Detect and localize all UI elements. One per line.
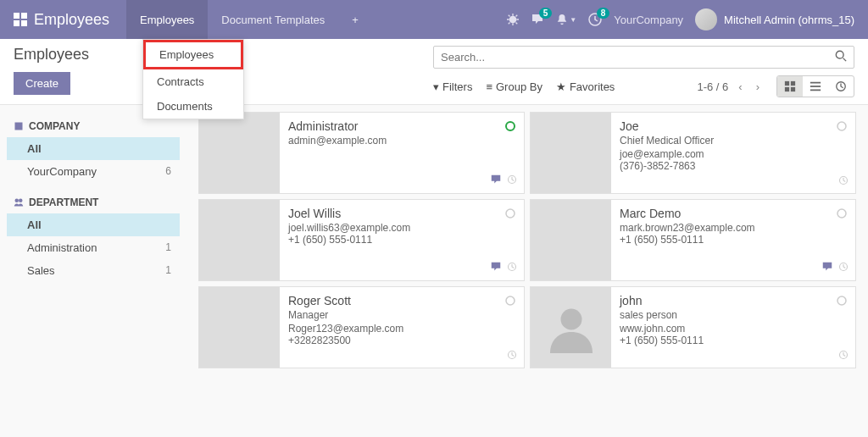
- create-button[interactable]: Create: [14, 72, 70, 95]
- search-box[interactable]: [433, 46, 854, 69]
- navbar: Employees Employees Document Templates +…: [0, 0, 868, 39]
- messages-icon[interactable]: 5: [531, 13, 544, 26]
- view-activity[interactable]: [828, 76, 854, 97]
- svg-rect-13: [810, 90, 821, 91]
- brand[interactable]: Employees: [14, 11, 109, 29]
- view-kanban[interactable]: [777, 76, 803, 97]
- employee-card[interactable]: Joel Willis joel.willis63@example.com +1…: [198, 199, 525, 281]
- chevron-down-icon: ▼: [570, 16, 576, 24]
- activity-icon[interactable]: [838, 175, 849, 188]
- department-icon: [14, 197, 24, 207]
- employee-email: admin@example.com: [288, 135, 515, 147]
- message-icon[interactable]: [490, 174, 502, 188]
- employee-phone: +1 (650) 555-0111: [620, 335, 847, 346]
- favorites-button[interactable]: ★ Favorites: [556, 80, 615, 93]
- employee-name: Roger Scott: [288, 294, 515, 307]
- employees-dropdown: Employees Contracts Documents: [142, 39, 244, 119]
- pager-prev[interactable]: ‹: [735, 77, 745, 97]
- sidebar-company-item[interactable]: YourCompany 6: [7, 160, 180, 183]
- employee-photo: [199, 200, 280, 280]
- status-circle[interactable]: [505, 121, 515, 134]
- employee-name: Marc Demo: [620, 207, 847, 220]
- activity-icon[interactable]: [507, 262, 517, 274]
- pager-range: 1-6 / 6: [697, 80, 728, 93]
- svg-rect-11: [810, 82, 821, 84]
- svg-point-16: [15, 199, 19, 203]
- activity-icon[interactable]: [838, 350, 849, 362]
- employee-name: Joe: [620, 119, 847, 133]
- filters-button[interactable]: ▾ Filters: [433, 80, 472, 93]
- debug-icon[interactable]: [507, 14, 519, 25]
- pager-next[interactable]: ›: [753, 77, 763, 97]
- employee-photo: [531, 113, 611, 193]
- nav-document-templates[interactable]: Document Templates: [208, 0, 338, 39]
- sidebar-dept-item[interactable]: Administration 1: [7, 236, 180, 259]
- notifications-icon[interactable]: ▼: [556, 14, 576, 25]
- sidebar-dept-item[interactable]: Sales 1: [7, 259, 180, 282]
- status-circle[interactable]: [837, 121, 847, 134]
- view-list[interactable]: [803, 76, 828, 97]
- status-circle[interactable]: [505, 208, 515, 221]
- message-icon[interactable]: [821, 261, 833, 275]
- group-icon: ≡: [486, 80, 492, 93]
- activities-badge: 8: [597, 8, 610, 19]
- employee-email: www.john.com: [620, 323, 847, 335]
- message-icon[interactable]: [490, 261, 502, 275]
- employee-card[interactable]: john sales person www.john.com +1 (650) …: [530, 286, 856, 368]
- kanban-grid: Administrator admin@example.com Joe Chie…: [198, 112, 856, 368]
- control-panel: Employees Create ▾ Filters ≡ Group By ★ …: [0, 39, 868, 105]
- nav-right: 5 ▼ 8 YourCompany Mitchell Admin (ohrms_…: [507, 8, 854, 30]
- nav-add[interactable]: +: [338, 0, 372, 39]
- svg-point-6: [836, 51, 843, 58]
- employee-card[interactable]: Administrator admin@example.com: [198, 112, 525, 194]
- apps-icon: [14, 13, 27, 26]
- employee-name: Joel Willis: [288, 207, 515, 220]
- status-circle[interactable]: [505, 296, 515, 308]
- svg-rect-12: [810, 86, 821, 87]
- dropdown-documents[interactable]: Documents: [143, 94, 243, 119]
- messages-badge: 5: [539, 8, 553, 19]
- sidebar-company-all[interactable]: All: [7, 137, 180, 160]
- employee-card[interactable]: Roger Scott Manager Roger123@example.com…: [198, 286, 525, 368]
- dropdown-contracts[interactable]: Contracts: [143, 69, 243, 94]
- activities-icon[interactable]: 8: [588, 13, 602, 26]
- employee-photo: [199, 113, 280, 193]
- main: COMPANY All YourCompany 6 DEPARTMENT All…: [0, 105, 868, 437]
- search-input[interactable]: [441, 51, 835, 64]
- user-menu[interactable]: Mitchell Admin (ohrms_15): [695, 8, 854, 30]
- nav-employees[interactable]: Employees: [126, 0, 208, 39]
- dropdown-employees[interactable]: Employees: [143, 40, 243, 69]
- sidebar-dept-all[interactable]: All: [7, 213, 180, 236]
- company-icon: [14, 121, 24, 131]
- employee-phone: +1 (650) 555-0111: [288, 234, 515, 246]
- svg-point-18: [506, 122, 515, 130]
- activity-icon[interactable]: [507, 350, 517, 362]
- company-switch[interactable]: YourCompany: [614, 14, 683, 26]
- employee-email: joel.willis63@example.com: [288, 222, 515, 234]
- employee-name: Administrator: [288, 119, 515, 133]
- person-icon: [546, 302, 597, 353]
- svg-rect-7: [785, 81, 789, 86]
- employee-card[interactable]: Joe Chief Medical Officer joe@example.co…: [530, 112, 856, 194]
- groupby-button[interactable]: ≡ Group By: [486, 80, 542, 93]
- brand-label: Employees: [34, 11, 109, 29]
- svg-point-29: [837, 296, 846, 305]
- employee-phone: +3282823500: [288, 335, 515, 346]
- svg-rect-15: [15, 123, 23, 130]
- svg-rect-3: [21, 20, 27, 26]
- status-circle[interactable]: [837, 208, 847, 221]
- svg-point-24: [837, 209, 846, 218]
- activity-icon[interactable]: [507, 174, 517, 187]
- star-icon: ★: [556, 80, 566, 93]
- activity-icon[interactable]: [838, 262, 849, 274]
- svg-point-28: [560, 308, 581, 329]
- svg-point-4: [509, 16, 517, 24]
- svg-point-17: [19, 199, 23, 203]
- svg-rect-1: [21, 13, 27, 19]
- employee-photo: [199, 287, 280, 368]
- search-icon[interactable]: [835, 50, 847, 64]
- pager: 1-6 / 6 ‹ ›: [697, 77, 763, 97]
- status-circle[interactable]: [837, 296, 847, 308]
- employee-phone: +1 (650) 555-0111: [620, 234, 847, 246]
- employee-card[interactable]: Marc Demo mark.brown23@example.com +1 (6…: [530, 199, 856, 281]
